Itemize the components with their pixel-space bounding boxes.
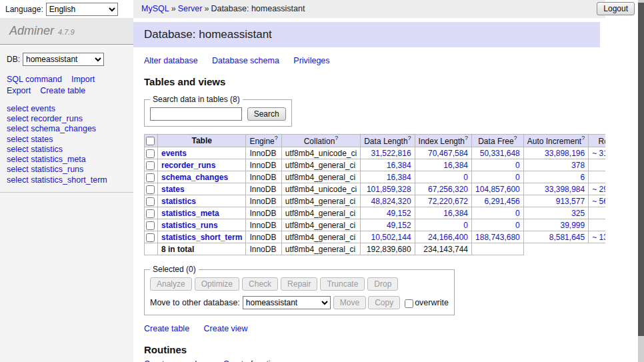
index-length-link[interactable]: 0 <box>463 173 468 182</box>
sidebar-table-link[interactable]: select statistics_runs <box>7 165 127 175</box>
sidebar-table-link[interactable]: select states <box>7 135 127 145</box>
breadcrumb-mysql-link[interactable]: MySQL <box>141 4 169 13</box>
sidebar-table-link[interactable]: select statistics_meta <box>7 155 127 165</box>
auto-increment-link[interactable]: 8,581,645 <box>549 233 585 242</box>
move-database-select[interactable]: homeassistant <box>243 296 331 309</box>
auto-increment-link[interactable]: 378 <box>571 161 585 170</box>
data-free-link[interactable]: 50,331,648 <box>480 149 520 158</box>
row-select-checkbox[interactable] <box>146 197 155 206</box>
rows-link[interactable]: ~ 299,833 <box>592 185 605 194</box>
row-select-checkbox[interactable] <box>146 185 155 194</box>
table-link[interactable]: schema_changes <box>161 173 228 182</box>
create-function-link[interactable]: Create function <box>223 359 280 362</box>
auto-increment-link[interactable]: 325 <box>571 209 585 218</box>
row-select-checkbox[interactable] <box>146 233 155 242</box>
data-length-link[interactable]: 48,824,320 <box>371 197 411 206</box>
export-link[interactable]: Export <box>7 86 31 95</box>
index-length-link[interactable]: 24,166,400 <box>428 233 468 242</box>
index-length-link[interactable]: 67,256,320 <box>428 185 468 194</box>
column-help-link[interactable]: ? <box>465 135 468 141</box>
row-select-checkbox[interactable] <box>146 221 155 230</box>
row-select-checkbox[interactable] <box>146 173 155 182</box>
column-help-link[interactable]: ? <box>275 135 278 141</box>
data-free-link[interactable]: 0 <box>515 173 520 182</box>
selected-fieldset: Selected (0) AnalyzeOptimizeCheckRepairT… <box>144 265 455 315</box>
auto-increment-link[interactable]: 33,898,196 <box>545 149 585 158</box>
optimize-button[interactable]: Optimize <box>195 277 239 291</box>
index-length-link[interactable]: 0 <box>463 221 468 230</box>
row-select-checkbox[interactable] <box>146 209 155 218</box>
drop-button[interactable]: Drop <box>367 277 398 291</box>
check-button[interactable]: Check <box>242 277 278 291</box>
sql-command-link[interactable]: SQL command <box>7 75 62 84</box>
data-length-link[interactable]: 31,522,816 <box>371 149 411 158</box>
language-select[interactable]: English <box>46 3 118 16</box>
column-help-link[interactable]: ? <box>408 135 411 141</box>
data-length-link[interactable]: 16,384 <box>387 173 411 182</box>
scrollbar[interactable] <box>638 0 644 362</box>
data-free-link[interactable]: 6,291,456 <box>484 197 519 206</box>
copy-button[interactable]: Copy <box>368 296 400 309</box>
auto-increment-link[interactable]: 33,398,984 <box>545 185 585 194</box>
select-all-checkbox[interactable] <box>146 137 155 145</box>
index-length-link[interactable]: 70,467,584 <box>428 149 468 158</box>
logout-button[interactable]: Logout <box>597 2 635 15</box>
collation-cell: utf8mb4_general_ci <box>281 207 360 219</box>
table-link[interactable]: statistics_short_term <box>161 233 242 242</box>
create-procedure-link[interactable]: Create procedure <box>144 359 209 362</box>
create-table-link[interactable]: Create table <box>144 324 189 333</box>
breadcrumb-server-link[interactable]: Server <box>178 4 203 13</box>
scrollbar-thumb[interactable] <box>638 3 644 336</box>
sidebar-table-link[interactable]: select recorder_runs <box>7 114 127 124</box>
create-view-link[interactable]: Create view <box>204 324 248 333</box>
overwrite-option[interactable]: overwrite <box>405 298 449 307</box>
column-help-link[interactable]: ? <box>335 135 338 141</box>
table-link[interactable]: recorder_runs <box>161 161 215 170</box>
table-link[interactable]: statistics <box>161 197 196 206</box>
table-link[interactable]: statistics_meta <box>161 209 219 218</box>
sidebar-table-link[interactable]: select events <box>7 104 127 114</box>
analyze-button[interactable]: Analyze <box>150 277 192 291</box>
data-length-link[interactable]: 16,384 <box>387 161 411 170</box>
row-select-checkbox[interactable] <box>146 149 155 158</box>
overwrite-checkbox[interactable] <box>405 299 413 308</box>
data-length-link[interactable]: 101,859,328 <box>367 185 411 194</box>
import-link[interactable]: Import <box>71 75 95 84</box>
data-length-link[interactable]: 49,152 <box>387 209 411 218</box>
sidebar-create-table-link[interactable]: Create table <box>40 86 85 95</box>
privileges-link[interactable]: Privileges <box>293 56 329 65</box>
data-free-link[interactable]: 0 <box>515 221 520 230</box>
sidebar-table-link[interactable]: select statistics <box>7 145 127 155</box>
truncate-button[interactable]: Truncate <box>320 277 365 291</box>
rows-link[interactable]: ~ 136,108 <box>592 233 605 242</box>
data-free-link[interactable]: 0 <box>515 161 520 170</box>
index-length-link[interactable]: 16,384 <box>443 161 468 170</box>
table-link[interactable]: statistics_runs <box>161 221 218 230</box>
column-help-link[interactable]: ? <box>514 135 517 141</box>
sidebar-table-link[interactable]: select schema_changes <box>7 124 127 134</box>
search-button[interactable]: Search <box>247 107 286 121</box>
column-help-link[interactable]: ? <box>581 135 585 141</box>
rows-link[interactable]: ~ 569,159 <box>592 197 605 206</box>
index-length-link[interactable]: 16,384 <box>443 209 468 218</box>
move-button[interactable]: Move <box>333 296 366 309</box>
auto-increment-link[interactable]: 913,577 <box>556 197 585 206</box>
db-select[interactable]: homeassistant <box>23 53 104 66</box>
data-free-link[interactable]: 0 <box>515 209 520 218</box>
search-input[interactable] <box>150 107 242 121</box>
data-length-link[interactable]: 49,152 <box>387 221 411 230</box>
auto-increment-link[interactable]: 39,999 <box>560 221 585 230</box>
row-select-checkbox[interactable] <box>146 161 155 170</box>
repair-button[interactable]: Repair <box>281 277 317 291</box>
auto-increment-link[interactable]: 6 <box>580 173 585 182</box>
database-schema-link[interactable]: Database schema <box>212 56 279 65</box>
data-length-link[interactable]: 10,502,144 <box>371 233 411 242</box>
index-length-link[interactable]: 72,220,672 <box>428 197 468 206</box>
table-link[interactable]: states <box>161 185 185 194</box>
data-free-link[interactable]: 188,743,680 <box>475 233 520 242</box>
sidebar-table-link[interactable]: select statistics_short_term <box>7 175 127 185</box>
data-free-link[interactable]: 104,857,600 <box>475 185 520 194</box>
rows-link[interactable]: ~ 312,180 <box>592 149 605 158</box>
alter-database-link[interactable]: Alter database <box>144 56 198 65</box>
table-link[interactable]: events <box>161 149 187 158</box>
